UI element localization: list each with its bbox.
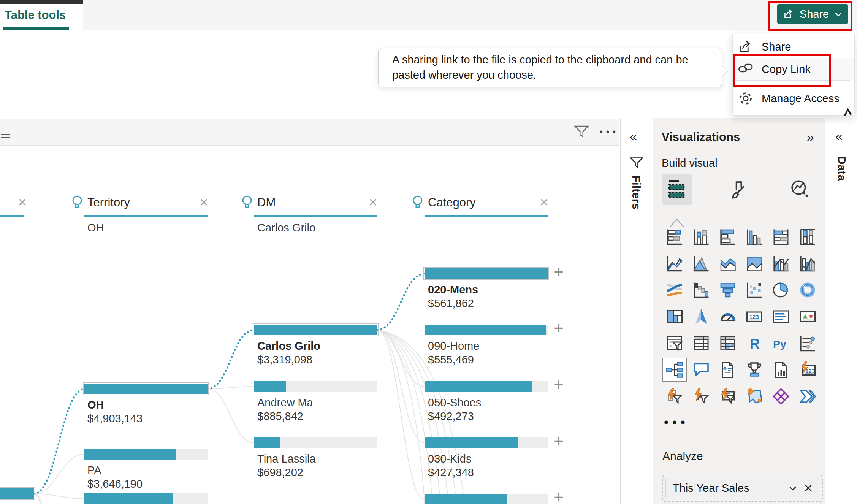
- close-icon[interactable]: ✕: [368, 196, 378, 209]
- expand-node-button[interactable]: +: [552, 491, 566, 504]
- visual-type-stacked-column-100-chart-icon[interactable]: [796, 225, 819, 248]
- analyze-divider: [653, 441, 825, 441]
- visual-type-table-icon[interactable]: [689, 332, 713, 355]
- visual-type-ribbon-chart-icon[interactable]: [663, 279, 686, 301]
- lightbulb-icon[interactable]: [412, 195, 423, 211]
- header-label[interactable]: Territory: [87, 196, 130, 209]
- node-bar[interactable]: [425, 268, 548, 279]
- expand-node-button[interactable]: +: [552, 322, 566, 336]
- visual-type-button-slicer-icon[interactable]: [716, 385, 740, 408]
- tree-node-pa[interactable]: PA$3,646,190: [84, 449, 208, 491]
- node-bar[interactable]: [0, 488, 34, 499]
- visual-type-treemap-icon[interactable]: [663, 305, 686, 328]
- visual-type-stacked-bar-100-chart-icon[interactable]: [769, 225, 793, 248]
- close-icon[interactable]: ✕: [199, 196, 209, 209]
- expand-node-button[interactable]: +: [552, 266, 566, 280]
- node-bar[interactable]: [254, 381, 377, 392]
- node-bar[interactable]: [425, 494, 548, 504]
- close-icon[interactable]: ✕: [17, 196, 27, 209]
- node-bar[interactable]: [84, 384, 208, 394]
- visual-type-r-script-icon[interactable]: R: [743, 332, 766, 355]
- more-visuals-button[interactable]: •••: [664, 415, 689, 430]
- tree-node-oh[interactable]: OH$4,903,143: [84, 384, 208, 425]
- tree-node-030-kids[interactable]: 030-Kids$427,348: [425, 437, 548, 479]
- visual-type-line-stacked-column-chart-icon[interactable]: [769, 252, 793, 275]
- tab-format-visual[interactable]: [723, 174, 754, 205]
- visual-type-card-icon[interactable]: 123: [743, 305, 766, 328]
- lightbulb-icon[interactable]: [71, 195, 83, 211]
- expand-node-button[interactable]: +: [552, 435, 566, 449]
- visual-type-stacked-area-100-chart-icon[interactable]: [743, 252, 766, 275]
- tab-build-visual[interactable]: [662, 174, 692, 205]
- node-bar[interactable]: [425, 325, 548, 335]
- analyze-field-pill[interactable]: This Year Sales: [665, 478, 819, 498]
- tree-node-cut[interactable]: [425, 494, 548, 504]
- node-value: $561,862: [428, 297, 474, 310]
- field-chevron-down-icon[interactable]: [787, 483, 798, 493]
- field-remove-icon[interactable]: [803, 483, 813, 493]
- tab-table-tools[interactable]: Table tools: [0, 0, 83, 30]
- analyze-field-well[interactable]: This Year Sales: [662, 475, 823, 502]
- node-bar[interactable]: [254, 325, 377, 335]
- header-label[interactable]: Category: [428, 196, 476, 209]
- node-bar[interactable]: [84, 493, 208, 504]
- visual-type-scatter-chart-icon[interactable]: [743, 279, 766, 301]
- expand-data-icon[interactable]: «: [835, 129, 843, 144]
- expand-filters-icon[interactable]: «: [630, 129, 637, 144]
- node-bar[interactable]: [254, 437, 377, 448]
- visual-type-azure-map-icon[interactable]: [743, 385, 766, 408]
- tree-node-090-home[interactable]: 090-Home$555,469: [425, 325, 548, 366]
- visual-type-new-slicer-icon[interactable]: [663, 385, 686, 408]
- tree-node-050-shoes[interactable]: 050-Shoes$492,273: [425, 381, 548, 423]
- tree-node-tina-lassila[interactable]: Tina Lassila$698,202: [254, 437, 377, 479]
- tree-node-carlos-grilo[interactable]: Carlos Grilo$3,319,098: [254, 325, 377, 366]
- visual-type-clustered-bar-chart-icon[interactable]: [716, 225, 740, 248]
- node-bar[interactable]: [425, 381, 548, 392]
- filters-pane-title[interactable]: Filters: [630, 175, 643, 209]
- visual-type-smart-narrative-icon[interactable]: [716, 358, 740, 381]
- node-bar[interactable]: [84, 449, 208, 460]
- visual-type-map-icon[interactable]: [689, 305, 713, 328]
- visual-type-python-icon[interactable]: Py: [769, 332, 793, 355]
- lightbulb-icon[interactable]: [241, 195, 253, 211]
- visual-type-text-slicer-icon[interactable]: A: [689, 385, 713, 408]
- visual-type-donut-chart-icon[interactable]: [796, 279, 819, 301]
- visual-type-stacked-bar-chart-icon[interactable]: [663, 225, 686, 248]
- close-icon[interactable]: ✕: [539, 196, 549, 209]
- visual-type-multi-row-card-icon[interactable]: [769, 305, 793, 328]
- collapse-visualizations-icon[interactable]: »: [807, 130, 814, 144]
- menu-item-manage-access[interactable]: Manage Access: [733, 86, 854, 111]
- tab-analytics[interactable]: [785, 174, 815, 205]
- visual-type-key-influencers-icon[interactable]: [796, 332, 819, 355]
- visual-type-waterfall-chart-icon[interactable]: [689, 279, 713, 301]
- visual-type-line-chart-icon[interactable]: [663, 252, 686, 275]
- tree-node-root[interactable]: [0, 488, 34, 504]
- visual-type-paginated-report-icon[interactable]: [769, 358, 793, 381]
- data-pane-title[interactable]: Data: [835, 156, 848, 181]
- visual-type-q-and-a-icon[interactable]: [689, 358, 713, 381]
- expand-node-button[interactable]: +: [552, 379, 566, 393]
- visual-type-power-apps-icon[interactable]: [769, 385, 793, 408]
- header-label[interactable]: DM: [257, 196, 276, 209]
- visual-type-decomposition-tree-icon[interactable]: [663, 358, 686, 381]
- tree-node-andrew-ma[interactable]: Andrew Ma$885,842: [254, 381, 377, 423]
- visual-type-metrics-icon[interactable]: [743, 358, 766, 381]
- visual-type-gauge-icon[interactable]: [716, 305, 740, 328]
- visual-type-slicer-icon[interactable]: [663, 332, 686, 355]
- visual-type-funnel-chart-icon[interactable]: [716, 279, 740, 301]
- visual-type-stacked-area-chart-icon[interactable]: [716, 252, 740, 275]
- node-bar[interactable]: [425, 437, 548, 448]
- node-bar-fill: [425, 268, 548, 279]
- visual-type-kpi-icon[interactable]: [796, 305, 819, 328]
- visual-type-clustered-column-chart-icon[interactable]: [743, 225, 766, 248]
- visual-type-new-card-icon[interactable]: 123: [796, 358, 819, 381]
- visual-type-pie-chart-icon[interactable]: [769, 279, 793, 301]
- tree-node-020-mens[interactable]: 020-Mens$561,862: [425, 268, 548, 310]
- visual-type-power-automate-icon[interactable]: [796, 385, 819, 408]
- visual-type-line-clustered-column-chart-icon[interactable]: [796, 252, 819, 275]
- tree-node-cut[interactable]: [84, 493, 208, 504]
- visual-type-stacked-column-chart-icon[interactable]: [689, 225, 713, 248]
- visual-type-matrix-icon[interactable]: [716, 332, 740, 355]
- visual-type-area-chart-icon[interactable]: [689, 252, 713, 275]
- filter-funnel-icon[interactable]: [630, 157, 643, 169]
